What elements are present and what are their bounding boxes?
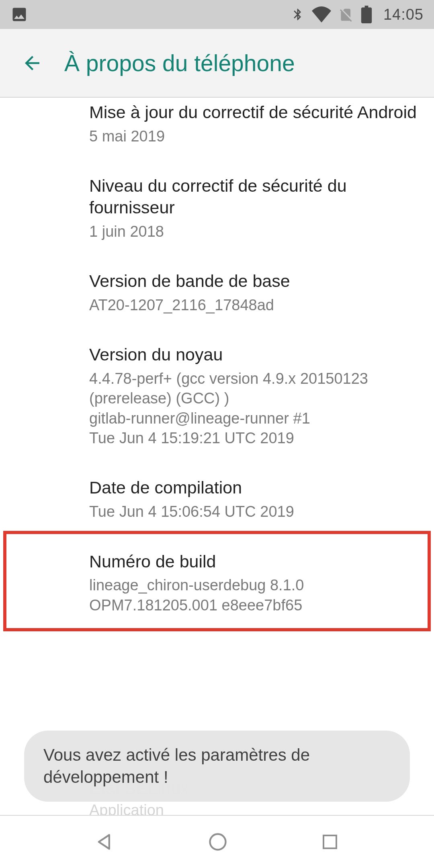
wifi-icon bbox=[312, 6, 331, 23]
toast-text: Vous avez activé les paramètres de dével… bbox=[43, 745, 310, 786]
item-selinux-sub-obscured: Application bbox=[89, 802, 164, 815]
item-build-date[interactable]: Date de compilation Tue Jun 4 15:06:54 U… bbox=[89, 463, 418, 536]
item-subtitle: 5 mai 2019 bbox=[89, 127, 418, 146]
item-title: Niveau du correctif de sécurité du fourn… bbox=[89, 175, 418, 219]
image-icon bbox=[10, 6, 28, 23]
item-subtitle: 1 juin 2018 bbox=[89, 222, 418, 242]
item-subtitle: 4.4.78-perf+ (gcc version 4.9.x 20150123… bbox=[89, 369, 418, 448]
status-time: 14:05 bbox=[383, 6, 424, 23]
page-title: À propos du téléphone bbox=[64, 50, 295, 76]
no-sim-icon bbox=[338, 6, 354, 23]
navigation-bar bbox=[0, 815, 434, 868]
back-button[interactable] bbox=[18, 49, 47, 78]
svg-point-0 bbox=[210, 834, 225, 850]
item-baseband[interactable]: Version de bande de base AT20-1207_2116_… bbox=[89, 256, 418, 330]
item-subtitle: Tue Jun 4 15:06:54 UTC 2019 bbox=[89, 502, 418, 522]
item-title: Version de bande de base bbox=[89, 270, 418, 292]
toast-message: Vous avez activé les paramètres de dével… bbox=[24, 731, 410, 802]
item-vendor-patch[interactable]: Niveau du correctif de sécurité du fourn… bbox=[89, 161, 418, 256]
item-kernel[interactable]: Version du noyau 4.4.78-perf+ (gcc versi… bbox=[89, 330, 418, 463]
bluetooth-icon bbox=[291, 6, 305, 23]
item-title: Mise à jour du correctif de sécurité And… bbox=[89, 102, 418, 123]
highlight-annotation bbox=[3, 531, 431, 632]
item-title: Version du noyau bbox=[89, 344, 418, 366]
nav-back-button[interactable] bbox=[94, 831, 115, 852]
battery-icon bbox=[361, 6, 372, 23]
svg-rect-1 bbox=[323, 835, 336, 848]
nav-home-button[interactable] bbox=[207, 831, 228, 852]
item-subtitle: AT20-1207_2116_17848ad bbox=[89, 295, 418, 315]
settings-list: Mise à jour du correctif de sécurité And… bbox=[0, 98, 434, 815]
item-security-update[interactable]: Mise à jour du correctif de sécurité And… bbox=[89, 98, 418, 161]
item-title: Date de compilation bbox=[89, 477, 418, 499]
app-header: À propos du téléphone bbox=[0, 29, 434, 98]
nav-recents-button[interactable] bbox=[320, 832, 340, 852]
status-bar: 14:05 bbox=[0, 0, 434, 29]
